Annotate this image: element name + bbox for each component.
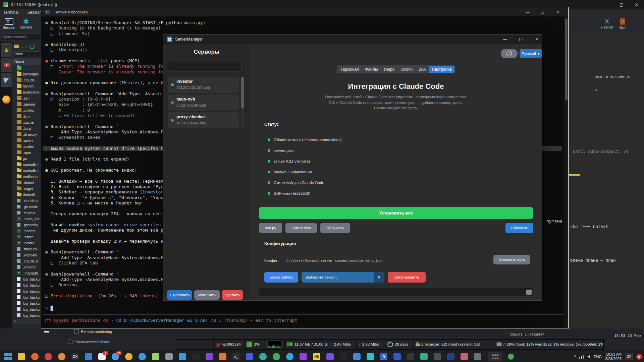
taskbar-icon-word-app[interactable] <box>393 353 401 361</box>
file-row[interactable]: .config <box>12 107 41 113</box>
taskbar-icon-teal-app[interactable] <box>420 353 428 361</box>
terminal-scrollbar[interactable] <box>564 16 568 328</box>
quick-install-Скилл /ssh[interactable]: Скилл /ssh <box>285 223 317 233</box>
change-path-button[interactable]: Изменить путь <box>493 255 530 264</box>
taskbar-icon-terminal-app[interactable]: >_ <box>232 353 240 361</box>
file-row[interactable]: .bash_his <box>12 216 41 222</box>
sftp-name-header[interactable]: Name <box>12 58 41 65</box>
taskbar-icon-orange-app[interactable] <box>219 353 227 361</box>
add-server-button[interactable]: + Добавить <box>167 290 192 300</box>
taskbar-icon-file-explorer[interactable] <box>17 353 25 361</box>
file-row[interactable]: log_backu <box>12 294 41 300</box>
tab-Файлы[interactable]: Файлы <box>362 66 381 73</box>
edit-server-button[interactable]: Изменить <box>194 290 220 300</box>
server-list-scrollbar[interactable] <box>241 77 244 129</box>
taskbar-icon-settings-tool[interactable] <box>165 353 173 361</box>
taskbar-icon-vscode[interactable] <box>178 353 186 361</box>
file-row[interactable]: .kimi <box>12 113 41 119</box>
servermanager-close-button[interactable]: ✕ <box>529 35 544 44</box>
keyboard-language[interactable]: ENG <box>594 355 602 359</box>
file-row[interactable]: .profile <box>12 240 41 246</box>
favorites-star-icon[interactable]: ★ <box>1 43 12 57</box>
upload-icon[interactable]: ↑ <box>25 44 28 49</box>
taskbar-icon-hs-app[interactable]: HS <box>313 353 321 361</box>
servermanager-maximize-button[interactable]: ▢ <box>513 35 529 44</box>
taskbar-icon-chrome-browser[interactable]: 26 <box>111 353 119 361</box>
file-row[interactable]: log_backu <box>12 300 41 306</box>
taskbar-icon-pycharm[interactable] <box>192 353 200 361</box>
file-row[interactable]: log_backu <box>12 312 41 318</box>
quick-install-ssh.py[interactable]: ssh.py <box>259 223 282 233</box>
file-row[interactable]: endlessh <box>12 174 41 180</box>
log-strip-thumb[interactable] <box>526 290 532 295</box>
taskbar-icon-navy-app[interactable] <box>447 353 455 361</box>
taskbar-icon-anydesk[interactable]: 2 <box>98 353 106 361</box>
file-row[interactable]: mariadb-i <box>12 162 41 168</box>
remote-monitoring-checkbox[interactable] <box>74 329 79 334</box>
file-row[interactable]: .codex <box>12 143 41 149</box>
x-server-button[interactable]: X X server <box>600 16 613 32</box>
server-search-input[interactable] <box>168 62 241 71</box>
leaf-app-icon[interactable] <box>508 354 514 360</box>
sftp-scroll-left[interactable]: < <box>12 319 42 324</box>
backup-select[interactable]: Выберите бэкап... ∨ <box>302 272 384 283</box>
taskbar-icon-purple-app[interactable] <box>205 353 213 361</box>
tab-2FA[interactable]: 2FA <box>416 66 429 73</box>
backup-chevron-icon[interactable]: ∨ <box>374 272 384 283</box>
file-row[interactable]: log_backu <box>12 288 41 294</box>
taskbar-icon-green-app[interactable] <box>272 353 280 361</box>
refresh-icon[interactable] <box>30 44 35 49</box>
session-button[interactable]: Session <box>3 16 15 32</box>
terminal-maximize-button[interactable]: ▢ <box>535 7 550 16</box>
language-select[interactable]: Русский ▾ <box>520 49 542 58</box>
tab-Настройка[interactable]: Настройка <box>429 66 454 73</box>
taskbar-icon-brave-browser[interactable] <box>31 353 39 361</box>
server-card-main-ovh[interactable]: main-ovh37.187.136.86 [ssh] <box>168 95 239 111</box>
taskbar-icon-obs-studio[interactable] <box>339 353 347 361</box>
network-icon[interactable] <box>579 355 584 359</box>
file-row[interactable]: .local <box>12 125 41 131</box>
taskbar-icon-gitkraken[interactable] <box>259 353 267 361</box>
mobaxterm-maximize-button[interactable]: ▢ <box>614 0 629 9</box>
file-row[interactable]: go <box>12 156 41 162</box>
taskbar-icon-slate-app[interactable] <box>433 353 441 361</box>
file-row[interactable]: .viminfo <box>12 264 41 270</box>
volume-icon[interactable] <box>587 355 590 358</box>
taskbar-icon-violet-app[interactable] <box>299 353 307 361</box>
taskbar-icon-camera-app[interactable] <box>326 353 334 361</box>
quick-connect-input[interactable] <box>1 34 40 40</box>
tray-expand-arrow[interactable]: ^ <box>574 354 576 359</box>
taskbar-icon-mail-app[interactable] <box>85 353 93 361</box>
file-row[interactable]: .wget-hs <box>12 252 41 258</box>
mobaxterm-close-button[interactable]: ✕ <box>629 0 644 9</box>
servers-button[interactable]: Servers <box>20 16 32 32</box>
browser-globe-icon[interactable] <box>1 93 11 106</box>
file-row[interactable]: .qwen <box>12 137 41 143</box>
exit-button[interactable]: Exit <box>620 16 626 32</box>
folder-up-icon[interactable] <box>14 45 19 48</box>
file-row[interactable]: ai-proxy-s <box>12 89 41 95</box>
tools-knife-icon[interactable] <box>1 58 12 72</box>
taskbar-icon-opera-browser[interactable] <box>44 353 52 361</box>
taskbar-icon-telegram[interactable] <box>286 353 294 361</box>
file-row[interactable]: .cache <box>12 119 41 125</box>
file-row[interactable]: log_backu <box>12 276 41 282</box>
taskbar-icon-rstudio[interactable]: R <box>380 353 388 361</box>
file-row[interactable]: mariadb-c <box>12 168 41 174</box>
file-row[interactable]: .dotnet <box>12 180 41 186</box>
install-all-button[interactable]: Установить всё <box>259 207 533 219</box>
file-row[interactable]: dotnet9 <box>12 192 41 198</box>
taskbar-icon-rose-app[interactable] <box>460 353 468 361</box>
file-row[interactable]: .gemini <box>12 101 41 107</box>
send-plane-icon[interactable] <box>1 73 12 87</box>
clock[interactable]: 10:53 AM 2/23/2026 <box>605 352 622 361</box>
notification-count[interactable]: 32 <box>625 353 633 360</box>
tab-Инфо[interactable]: Инфо <box>381 66 397 73</box>
backup-now-button[interactable]: Бэкап сейчас <box>264 272 298 283</box>
taskbar-icon-gray-app[interactable] <box>474 353 482 361</box>
quick-install-SSH-ключ[interactable]: SSH-ключ <box>320 223 351 233</box>
taskbar-icon-cyan-app[interactable] <box>366 353 374 361</box>
server-card-investor[interactable]: investor173.212.212.157 [ssh] <box>168 77 239 93</box>
file-row[interactable]: .mariadb_ <box>12 270 41 276</box>
taskbar-icon-firefox-browser[interactable] <box>58 353 66 361</box>
